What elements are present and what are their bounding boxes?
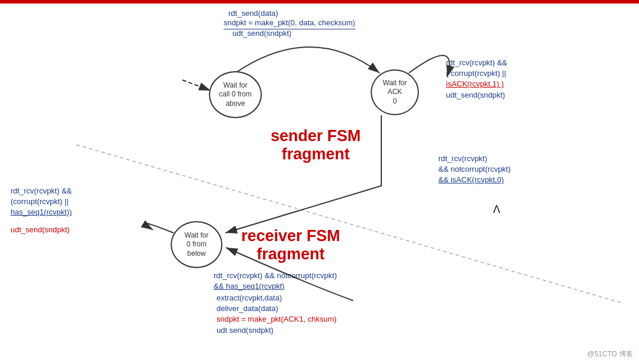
corrupt-seq1-block: rdt_rcv(rcvpkt) && (corrupt(rcvpkt) || h… [11,186,72,218]
svg-line-3 [182,80,211,91]
state-wait-call-0: Wait forcall 0 fromabove [209,71,262,118]
bottom-condition-block: rdt_rcv(rcvpkt) && notcorrupt(rcvpkt) &&… [214,271,337,292]
bottom-action-block: extract(rcvpkt,data) deliver_data(data) … [217,293,337,336]
corrupt-ack1-block: rdt_rcv(rcvpkt) && ( corrupt(rcvpkt) || … [446,58,507,101]
canvas: Wait forcall 0 fromabove Wait forACK0 Wa… [0,4,639,364]
receiver-fsm-label: receiver FSMfragment [241,227,340,263]
lambda-symbol: Λ [493,202,500,217]
top-udt-send: udt_send(sndpkt) [232,28,291,39]
watermark: @51CTO 博客 [587,349,633,359]
svg-line-2 [76,145,624,303]
udt-send-left: udt_send(sndpkt) [11,225,69,235]
good-ack0-block: rdt_rcv(rcvpkt) && notcorrupt(rcvpkt) &&… [438,153,511,186]
sender-fsm-label: sender FSMfragment [271,127,361,163]
state-wait-ack-0: Wait forACK0 [371,69,419,115]
state-wait-0-below: Wait for0 frombelow [171,221,222,268]
